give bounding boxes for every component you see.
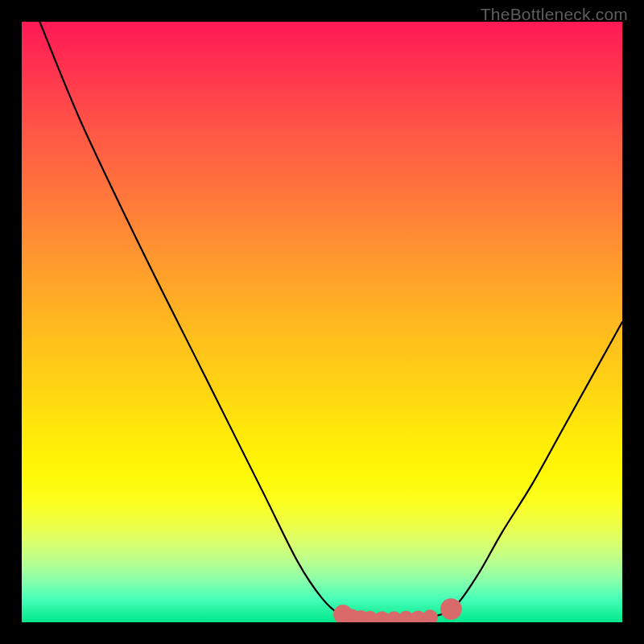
highlight-marker xyxy=(423,609,438,622)
highlight-marker xyxy=(440,598,462,620)
chart-stage: TheBottleneck.com xyxy=(0,0,644,644)
attribution-text: TheBottleneck.com xyxy=(481,5,628,24)
plot-area xyxy=(22,22,622,622)
bottleneck-curve-path xyxy=(39,22,622,619)
highlight-markers xyxy=(333,598,462,622)
curve-overlay xyxy=(22,22,622,622)
